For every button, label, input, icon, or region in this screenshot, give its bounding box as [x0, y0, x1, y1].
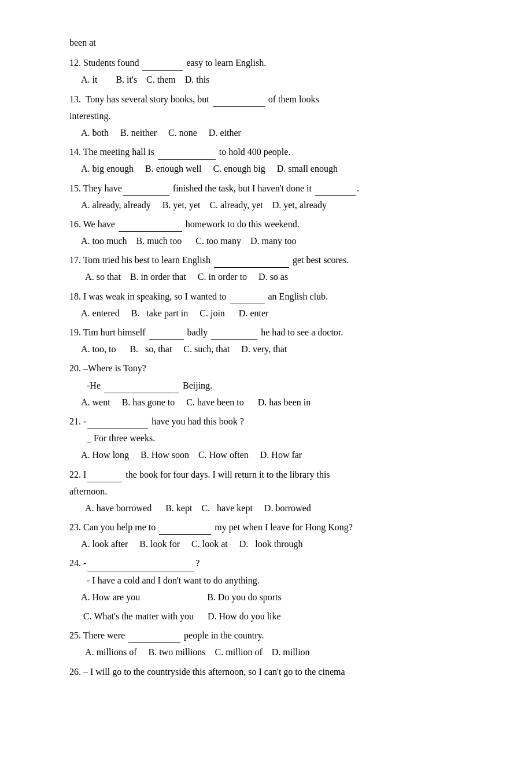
q22-after: the book for four days. I will return it… — [123, 470, 330, 479]
q23-text: 23. Can you help me to my pet when I lea… — [69, 519, 463, 535]
q12-number: 12. Students found — [69, 58, 141, 68]
q13-number: 13. Tony has several story books, but — [69, 94, 212, 104]
q19-text: 19. Tim hurt himself badly he had to see… — [69, 324, 463, 340]
q16-blank — [119, 231, 182, 232]
q17-after: get best scores. — [290, 255, 349, 265]
question-19: 19. Tim hurt himself badly he had to see… — [69, 324, 463, 357]
q19-options: A. too, to B. so, that C. such, that D. … — [69, 341, 463, 357]
q12-blank — [142, 70, 183, 71]
question-24: 24. -? - I have a cold and I don't want … — [69, 555, 463, 624]
q21-answer: _ For three weeks. — [87, 433, 155, 443]
q15-blank1 — [123, 195, 169, 196]
question-18: 18. I was weak in speaking, so I wanted … — [69, 289, 463, 321]
q24-options-b: C. What's the matter with you D. How do … — [69, 608, 463, 624]
q23-blank — [159, 534, 211, 535]
question-12: 12. Students found easy to learn English… — [69, 55, 463, 87]
q16-number: 16. We have — [69, 219, 117, 229]
q14-text: 14. The meeting hall is to hold 400 peop… — [69, 144, 463, 160]
q25-options: A. millions of B. two millions C. millio… — [69, 644, 463, 660]
q14-after: to hold 400 people. — [217, 147, 291, 157]
q21-text: 21. - have you had this book ? — [69, 413, 463, 429]
q16-options: A. too much B. much too C. too many D. m… — [69, 233, 463, 249]
q14-number: 14. The meeting hall is — [69, 147, 157, 157]
q23-after: my pet when I leave for Hong Kong? — [212, 522, 353, 532]
q12-text: 12. Students found easy to learn English… — [69, 55, 463, 71]
q22-blank — [87, 482, 122, 482]
q21-options: A. How long B. How soon C. How often D. … — [69, 447, 463, 463]
q24-text: 24. -? — [69, 555, 463, 571]
question-20: 20. –Where is Tony? -He Beijing. A. went… — [69, 360, 463, 410]
q22-text: 22. I the book for four days. I will ret… — [69, 467, 463, 482]
q15-text: 15. They have finished the task, but I h… — [69, 180, 463, 196]
q20-options: A. went B. has gone to C. have been to D… — [69, 394, 463, 410]
q20-he: -He — [87, 381, 103, 390]
q14-options: A. big enough B. enough well C. enough b… — [69, 161, 463, 176]
q20-blank — [104, 393, 179, 393]
q22-number: 22. I — [69, 470, 86, 479]
q15-options: A. already, already B. yet, yet C. alrea… — [69, 197, 463, 213]
q15-after: . — [357, 183, 359, 193]
q18-number: 18. I was weak in speaking, so I wanted … — [69, 291, 229, 301]
q18-after: an English club. — [266, 291, 328, 301]
question-13: 13. Tony has several story books, but of… — [69, 91, 463, 141]
q24-blank — [87, 571, 194, 571]
question-25: 25. There were people in the country. A.… — [69, 627, 463, 660]
q26-number: 26. – I will go to the countryside this … — [69, 667, 345, 677]
q12-options: A. it B. it's C. them D. this — [69, 72, 463, 87]
intro-text: been at — [69, 35, 463, 50]
question-23: 23. Can you help me to my pet when I lea… — [69, 519, 463, 552]
q22-text2: afternoon. — [69, 483, 463, 499]
q18-blank — [230, 304, 265, 304]
question-26: 26. – I will go to the countryside this … — [69, 664, 463, 680]
q17-text: 17. Tom tried his best to learn English … — [69, 252, 463, 268]
q21-blank — [87, 429, 148, 429]
q17-blank — [214, 267, 289, 268]
question-14: 14. The meeting hall is to hold 400 peop… — [69, 144, 463, 176]
q15-blank2 — [315, 195, 356, 196]
q24-number: 24. - — [69, 558, 86, 568]
page-content: been at 12. Students found easy to learn… — [69, 35, 463, 680]
q25-blank — [128, 642, 180, 643]
q15-mid: finished the task, but I haven't done it — [171, 183, 314, 193]
question-21: 21. - have you had this book ? _ For thr… — [69, 413, 463, 463]
question-17: 17. Tom tried his best to learn English … — [69, 252, 463, 285]
q19-number: 19. Tim hurt himself — [69, 327, 148, 337]
q21-after: have you had this book ? — [149, 416, 244, 426]
q13-after: of them looks — [266, 94, 319, 104]
q24-subtext: - I have a cold and I don't want to do a… — [69, 573, 463, 588]
q21-number: 21. - — [69, 416, 86, 426]
q20-text: 20. –Where is Tony? — [69, 360, 463, 376]
q19-blank2 — [211, 339, 257, 340]
q17-options: A. so that B. in order that C. in order … — [69, 269, 463, 285]
question-16: 16. We have homework to do this weekend.… — [69, 216, 463, 249]
q19-after: he had to see a doctor. — [258, 327, 343, 337]
q24-options-a: A. How are you B. Do you do sports — [69, 589, 463, 605]
q26-text: 26. – I will go to the countryside this … — [69, 664, 463, 680]
q16-after: homework to do this weekend. — [183, 219, 300, 229]
q13-text: 13. Tony has several story books, but of… — [69, 91, 463, 107]
q19-mid: badly — [185, 327, 210, 337]
q18-options: A. entered B. take part in C. join D. en… — [69, 305, 463, 321]
q15-number: 15. They have — [69, 183, 122, 193]
q21-subtext: _ For three weeks. — [69, 430, 463, 446]
q25-number: 25. There were — [69, 630, 127, 640]
question-22: 22. I the book for four days. I will ret… — [69, 467, 463, 516]
q18-text: 18. I was weak in speaking, so I wanted … — [69, 289, 463, 304]
q24-answer: - I have a cold and I don't want to do a… — [87, 575, 260, 585]
q22-options: A. have borrowed B. kept C. have kept D.… — [69, 500, 463, 516]
q13-options: A. both B. neither C. none D. either — [69, 125, 463, 141]
q19-blank1 — [149, 339, 184, 340]
q24-after: ? — [195, 558, 200, 568]
q20-number: 20. –Where is Tony? — [69, 363, 146, 373]
q13-text2: interesting. — [69, 108, 463, 124]
q17-number: 17. Tom tried his best to learn English — [69, 255, 213, 265]
q13-blank — [213, 106, 265, 107]
q16-text: 16. We have homework to do this weekend. — [69, 216, 463, 232]
q25-after: people in the country. — [182, 630, 264, 640]
q23-options: A. look after B. look for C. look at D. … — [69, 536, 463, 552]
question-15: 15. They have finished the task, but I h… — [69, 180, 463, 213]
q20-beijing: Beijing. — [180, 381, 212, 390]
q20-subtext: -He Beijing. — [69, 378, 463, 393]
q12-after: easy to learn English. — [184, 58, 266, 68]
q14-blank — [158, 159, 216, 160]
